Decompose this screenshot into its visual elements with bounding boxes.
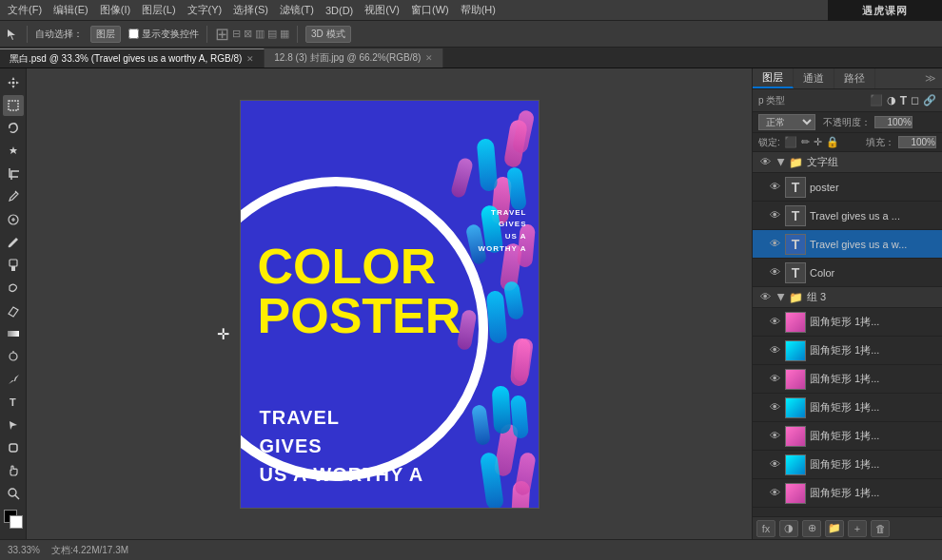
layer-shape-1[interactable]: 👁 圆角矩形 1拷... (753, 308, 942, 337)
menu-item-window[interactable]: 窗口(W) (411, 3, 449, 17)
foreground-color[interactable] (4, 510, 23, 529)
layer-color[interactable]: 👁 T Color (753, 259, 942, 287)
align-middle-icon[interactable]: ▤ (267, 28, 277, 40)
mode-dropdown[interactable]: 图层 (90, 26, 121, 43)
layer-travel-1[interactable]: 👁 T Travel gives us a ... (753, 202, 942, 230)
eye-icon-shape6[interactable]: 👁 (768, 458, 781, 472)
tool-eyedropper[interactable] (3, 186, 24, 207)
tool-text[interactable]: T (3, 392, 24, 413)
layer-shape-6[interactable]: 👁 圆角矩形 1拷... (753, 451, 942, 479)
tool-lasso[interactable] (3, 118, 24, 139)
group3-expand-icon[interactable]: ▶ (776, 294, 787, 301)
tab-0[interactable]: 黑白.psd @ 33.3% (Travel gives us a worthy… (0, 48, 265, 68)
layer-shape-2[interactable]: 👁 圆角矩形 1拷... (753, 337, 942, 365)
menu-item-edit[interactable]: 编辑(E) (53, 3, 88, 17)
eye-icon-color[interactable]: 👁 (768, 266, 781, 280)
new-layer-btn[interactable]: + (848, 520, 867, 537)
eye-icon-shape7[interactable]: 👁 (768, 487, 781, 500)
fill-input[interactable] (898, 136, 936, 148)
align-bottom-icon[interactable]: ▦ (280, 28, 289, 40)
menu-item-image[interactable]: 图像(I) (100, 3, 130, 17)
align-center-icon[interactable]: ⊟ (232, 28, 241, 40)
tool-zoom[interactable] (3, 483, 24, 504)
adj-layer-btn[interactable]: ⊕ (802, 520, 821, 537)
blend-mode-select[interactable]: 正常 (758, 114, 815, 130)
layer-shape-7[interactable]: 👁 圆角矩形 1拷... (753, 479, 942, 508)
panel-tab-channels[interactable]: 通道 (794, 68, 834, 88)
align-right-icon[interactable]: ⊠ (244, 28, 252, 40)
lock-move-icon[interactable]: ✛ (814, 136, 822, 148)
tool-magic-wand[interactable] (3, 141, 24, 162)
tool-path-select[interactable] (3, 415, 24, 435)
tool-heal[interactable] (3, 209, 24, 230)
tab-0-close[interactable]: ✕ (246, 54, 254, 64)
align-top-icon[interactable]: ▥ (255, 28, 265, 40)
shape-icon[interactable]: ◻ (911, 94, 919, 107)
smart-icon[interactable]: 🔗 (923, 94, 936, 107)
tool-crop[interactable] (3, 164, 24, 184)
group-expand-icon[interactable]: ▶ (776, 159, 787, 166)
menu-item-3d[interactable]: 3D(D) (325, 5, 353, 16)
eye-icon-shape4[interactable]: 👁 (768, 401, 781, 415)
menu-item-layer[interactable]: 图层(L) (142, 3, 175, 17)
tool-select-rect[interactable] (3, 95, 24, 116)
menu-item-help[interactable]: 帮助(H) (461, 3, 496, 17)
layer-shape-4[interactable]: 👁 圆角矩形 1拷... (753, 394, 942, 422)
opacity-input[interactable] (874, 116, 913, 128)
layer-shape-5[interactable]: 👁 圆角矩形 1拷... (753, 422, 942, 451)
eye-icon-travel1[interactable]: 👁 (768, 209, 781, 222)
poster-title-line1: COLOR (258, 241, 461, 291)
eye-icon-shape3[interactable]: 👁 (768, 373, 781, 386)
tool-brush[interactable] (3, 232, 24, 253)
layer-travel-2[interactable]: 👁 T Travel gives us a w... (753, 230, 942, 259)
eye-icon-shape1[interactable]: 👁 (768, 316, 781, 329)
menu-item-select[interactable]: 选择(S) (233, 3, 268, 17)
lock-pixel-icon[interactable]: ⬛ (784, 136, 797, 148)
right-panel: 图层 通道 路径 ≫ p 类型 ⬛ ◑ T ◻ 🔗 正常 不透明度： 锁定 (752, 68, 942, 539)
layer-group-text[interactable]: 👁 ▶ 📁 文字组 (753, 152, 942, 173)
tab-1[interactable]: 12.8 (3) 封面.jpg @ 66.2%(RGB/8) ✕ (265, 48, 443, 68)
layer-group-3[interactable]: 👁 ▶ 📁 组 3 (753, 287, 942, 308)
lock-all-icon[interactable]: 🔒 (826, 136, 839, 148)
layer-shape-3[interactable]: 👁 圆角矩形 1拷... (753, 365, 942, 394)
mask-btn[interactable]: ◑ (779, 520, 798, 537)
adj-icon[interactable]: ◑ (887, 94, 896, 107)
eye-icon-group3[interactable]: 👁 (758, 291, 772, 304)
3d-mode-btn[interactable]: 3D 模式 (305, 26, 351, 43)
show-controls-input[interactable] (128, 29, 139, 39)
tool-pen[interactable] (3, 369, 24, 390)
menu-item-filter[interactable]: 滤镜(T) (280, 3, 314, 17)
align-left-icon[interactable]: ⊞ (215, 26, 229, 43)
eye-icon-shape2[interactable]: 👁 (768, 344, 781, 357)
tool-dodge[interactable] (3, 346, 24, 367)
tool-eraser[interactable] (3, 300, 24, 321)
tool-hand[interactable] (3, 460, 24, 481)
show-controls-checkbox[interactable]: 显示变换控件 (128, 28, 199, 41)
text-type-icon[interactable]: T (900, 94, 907, 107)
tab-1-close[interactable]: ✕ (425, 53, 433, 63)
tool-shape[interactable] (3, 437, 24, 458)
group-btn[interactable]: 📁 (825, 520, 844, 537)
menu-item-view[interactable]: 视图(V) (364, 3, 400, 17)
eye-icon-group[interactable]: 👁 (758, 156, 772, 169)
delete-btn[interactable]: 🗑 (871, 520, 890, 537)
tool-select[interactable] (6, 28, 19, 41)
tool-history-brush[interactable] (3, 278, 24, 299)
eye-icon-travel2[interactable]: 👁 (768, 238, 781, 251)
menu-item-text[interactable]: 文字(Y) (187, 3, 223, 17)
panel-tab-layers[interactable]: 图层 (753, 68, 794, 88)
show-controls-label: 显示变换控件 (142, 28, 199, 41)
eye-icon-shape5[interactable]: 👁 (768, 430, 781, 443)
menu-item-file[interactable]: 文件(F) (8, 3, 42, 17)
fx-btn[interactable]: fx (756, 520, 775, 537)
lock-draw-icon[interactable]: ✏ (801, 136, 810, 148)
canvas-area[interactable]: TRAVEL GIVES US A WORTHY A COLOR POSTER … (27, 68, 752, 539)
pixel-icon[interactable]: ⬛ (870, 94, 883, 107)
panel-expand-icon[interactable]: ≫ (919, 72, 942, 85)
eye-icon-poster[interactable]: 👁 (768, 181, 781, 194)
tool-stamp[interactable] (3, 255, 24, 276)
layer-poster[interactable]: 👁 T poster (753, 173, 942, 202)
tool-gradient[interactable] (3, 323, 24, 344)
panel-tab-paths[interactable]: 路径 (834, 68, 875, 88)
tool-move[interactable] (3, 72, 24, 93)
